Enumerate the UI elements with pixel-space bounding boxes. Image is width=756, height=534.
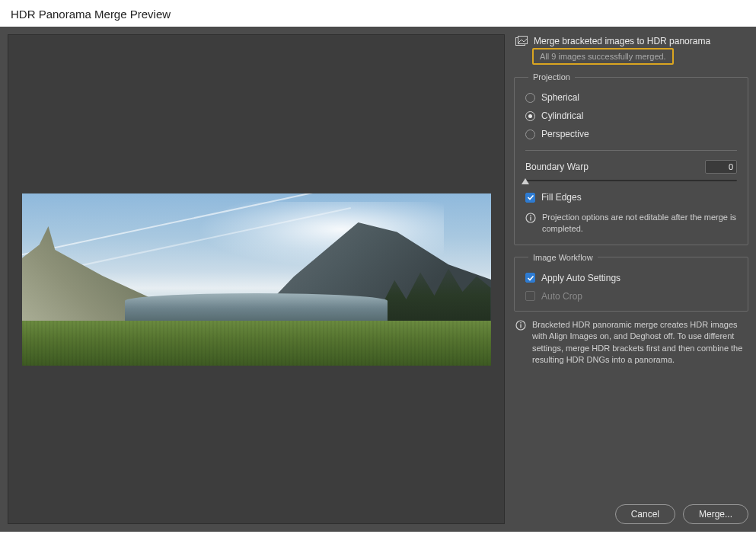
fill-edges-checkbox[interactable]: Fill Edges — [525, 192, 737, 203]
projection-group: Projection Spherical Cylindrical Perspec… — [514, 72, 748, 245]
checkbox-label: Apply Auto Settings — [541, 273, 620, 283]
boundary-warp-label: Boundary Warp — [525, 161, 589, 172]
divider — [525, 150, 737, 151]
checkbox-label: Auto Crop — [541, 291, 582, 302]
radio-label: Spherical — [541, 92, 579, 103]
checkbox-label: Fill Edges — [541, 192, 582, 203]
apply-auto-settings-checkbox[interactable]: Apply Auto Settings — [525, 273, 737, 283]
panorama-preview-image — [22, 193, 491, 366]
boundary-warp-input[interactable] — [705, 160, 737, 174]
images-icon — [515, 36, 528, 46]
image-workflow-group: Image Workflow Apply Auto Settings Auto … — [514, 253, 748, 312]
cancel-button[interactable]: Cancel — [615, 504, 675, 524]
svg-rect-6 — [520, 324, 521, 328]
svg-rect-3 — [530, 217, 531, 221]
projection-note-text: Projection options are not editable afte… — [542, 212, 737, 235]
window-title: HDR Panorama Merge Preview — [0, 0, 756, 27]
checkbox-icon — [525, 273, 535, 283]
radio-icon — [525, 93, 535, 103]
radio-spherical[interactable]: Spherical — [525, 92, 737, 103]
radio-perspective[interactable]: Perspective — [525, 129, 737, 139]
checkbox-icon — [525, 193, 535, 203]
app-body: Merge bracketed images to HDR panorama A… — [0, 27, 756, 532]
info-icon — [515, 319, 526, 331]
auto-crop-checkbox: Auto Crop — [525, 291, 737, 302]
slider-thumb-icon[interactable] — [522, 178, 529, 184]
merge-header: Merge bracketed images to HDR panorama — [514, 34, 748, 48]
svg-rect-4 — [530, 215, 531, 216]
settings-panel: Merge bracketed images to HDR panorama A… — [514, 34, 748, 524]
merge-button[interactable]: Merge... — [683, 504, 748, 524]
merge-status: All 9 images successfully merged. — [532, 48, 674, 65]
projection-legend: Projection — [528, 72, 575, 82]
radio-icon — [525, 130, 535, 139]
dialog-footer: Cancel Merge... — [514, 498, 748, 524]
radio-cylindrical[interactable]: Cylindrical — [525, 110, 737, 121]
svg-rect-7 — [520, 322, 521, 323]
preview-panel — [8, 34, 505, 524]
radio-icon — [525, 111, 535, 121]
hdr-info: Bracketed HDR panoramic merge creates HD… — [514, 319, 748, 366]
checkbox-icon — [525, 291, 535, 301]
projection-note: Projection options are not editable afte… — [525, 212, 737, 235]
hdr-info-text: Bracketed HDR panoramic merge creates HD… — [532, 319, 747, 366]
workflow-legend: Image Workflow — [528, 253, 598, 262]
info-icon — [525, 212, 536, 223]
radio-label: Cylindrical — [541, 110, 583, 121]
boundary-warp-slider[interactable] — [525, 175, 737, 186]
radio-label: Perspective — [541, 129, 589, 139]
merge-header-label: Merge bracketed images to HDR panorama — [534, 36, 710, 46]
